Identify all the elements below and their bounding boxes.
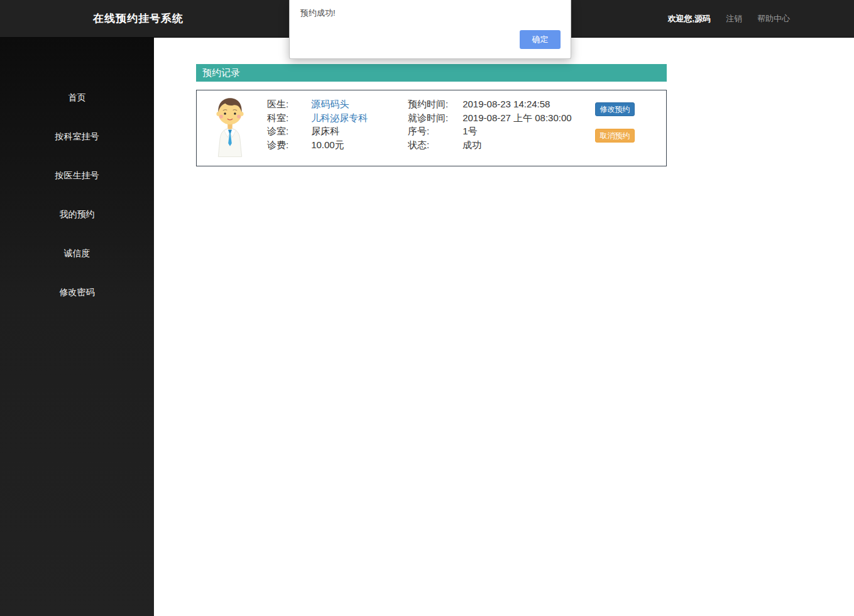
sidebar-menu: 首页 按科室挂号 按医生挂号 我的预约 诚信度 修改密码 — [0, 38, 154, 312]
fee-row: 诊费: 10.00元 — [267, 138, 368, 152]
panel-title: 预约记录 — [196, 64, 667, 82]
record-fields-right: 预约时间: 2019-08-23 14:24:58 就诊时间: 2019-08-… — [408, 97, 572, 151]
doctor-avatar-image — [212, 95, 248, 158]
visit-time-label: 就诊时间: — [408, 111, 460, 125]
sidebar-item-credit[interactable]: 诚信度 — [0, 234, 154, 273]
visit-time-value: 2019-08-27 上午 08:30:00 — [463, 112, 571, 123]
sidebar-item-change-password[interactable]: 修改密码 — [0, 273, 154, 312]
alert-dialog: 预约成功! 确定 — [289, 0, 571, 59]
help-center-link[interactable]: 帮助中心 — [757, 0, 790, 38]
sidebar-item-home[interactable]: 首页 — [0, 78, 154, 117]
sidebar: 首页 按科室挂号 按医生挂号 我的预约 诚信度 修改密码 — [0, 38, 154, 616]
topbar-right: 欢迎您,源码 注销 帮助中心 — [667, 0, 790, 38]
doctor-row: 医生: 源码码头 — [267, 97, 368, 111]
fee-value: 10.00元 — [311, 139, 344, 150]
sidebar-item-register-by-doctor[interactable]: 按医生挂号 — [0, 156, 154, 195]
serial-number-row: 序号: 1号 — [408, 124, 572, 138]
appointment-records-panel: 预约记录 — [196, 64, 667, 166]
sidebar-item-my-appointments[interactable]: 我的预约 — [0, 195, 154, 234]
record-actions: 修改预约 取消预约 — [595, 102, 637, 143]
alert-confirm-button[interactable]: 确定 — [520, 30, 561, 49]
visit-time-row: 就诊时间: 2019-08-27 上午 08:30:00 — [408, 111, 572, 125]
doctor-label: 医生: — [267, 97, 309, 111]
appointment-record-card: 医生: 源码码头 科室: 儿科泌尿专科 诊室: 尿床科 诊费: 10.00元 预… — [196, 90, 667, 166]
record-fields-left: 医生: 源码码头 科室: 儿科泌尿专科 诊室: 尿床科 诊费: 10.00元 — [267, 97, 368, 151]
serial-number-value: 1号 — [463, 126, 477, 136]
status-row: 状态: 成功 — [408, 138, 572, 152]
status-label: 状态: — [408, 138, 460, 152]
department-label: 科室: — [267, 111, 309, 125]
app-title[interactable]: 在线预约挂号系统 — [93, 0, 183, 38]
serial-number-label: 序号: — [408, 124, 460, 138]
booked-time-row: 预约时间: 2019-08-23 14:24:58 — [408, 97, 572, 111]
sidebar-item-register-by-department[interactable]: 按科室挂号 — [0, 117, 154, 156]
booked-time-label: 预约时间: — [408, 97, 460, 111]
room-value: 尿床科 — [311, 126, 339, 136]
cancel-appointment-button[interactable]: 取消预约 — [595, 129, 635, 143]
alert-message: 预约成功! — [300, 8, 336, 19]
modify-appointment-button[interactable]: 修改预约 — [595, 102, 635, 116]
booked-time-value: 2019-08-23 14:24:58 — [463, 99, 550, 109]
room-row: 诊室: 尿床科 — [267, 124, 368, 138]
doctor-link[interactable]: 源码码头 — [311, 99, 349, 109]
welcome-user-text: 欢迎您,源码 — [667, 0, 711, 38]
fee-label: 诊费: — [267, 138, 309, 152]
department-row: 科室: 儿科泌尿专科 — [267, 111, 368, 125]
department-link[interactable]: 儿科泌尿专科 — [311, 112, 368, 123]
room-label: 诊室: — [267, 124, 309, 138]
logout-link[interactable]: 注销 — [726, 0, 742, 38]
status-value: 成功 — [463, 139, 481, 150]
